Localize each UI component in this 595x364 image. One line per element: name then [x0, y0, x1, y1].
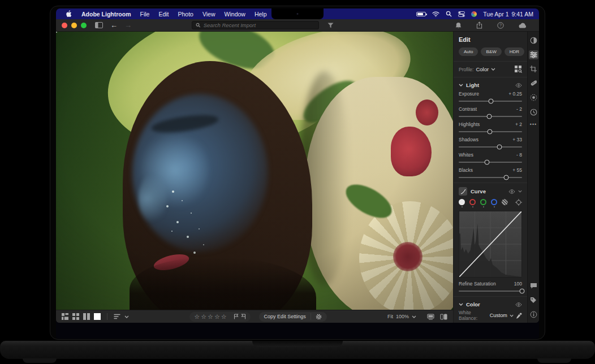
slider-thumb[interactable]	[504, 175, 509, 180]
curve-collapse-chevron-icon[interactable]	[518, 190, 522, 193]
laptop-base	[0, 341, 595, 359]
masking-icon[interactable]	[530, 94, 537, 101]
apple-logo-icon[interactable]	[66, 10, 72, 18]
search-icon[interactable]	[446, 11, 452, 17]
menubar-clock[interactable]: Tue Apr 19:41 AM	[483, 11, 533, 18]
keywords-icon[interactable]	[530, 297, 537, 304]
menu-file[interactable]: File	[140, 11, 150, 18]
sort-icon[interactable]	[114, 314, 120, 319]
battery-icon[interactable]	[416, 12, 426, 16]
control-center-icon[interactable]	[458, 11, 465, 17]
slider-track[interactable]	[459, 162, 522, 163]
star-rating[interactable]: ☆☆☆☆☆	[194, 314, 227, 320]
menu-edit[interactable]: Edit	[158, 11, 169, 18]
minimize-button[interactable]	[71, 23, 77, 28]
curve-visibility-eye-icon[interactable]	[508, 189, 515, 194]
bell-icon[interactable]	[455, 22, 462, 29]
compare-view-icon[interactable]	[83, 313, 90, 320]
zoom-button[interactable]	[81, 23, 87, 28]
crop-icon[interactable]	[530, 66, 537, 72]
presets-icon[interactable]	[530, 37, 537, 44]
slider-thumb[interactable]	[487, 129, 492, 135]
slider-track[interactable]	[459, 116, 522, 117]
zoom-level-value[interactable]: 100%	[396, 314, 409, 319]
profile-value[interactable]: Color	[476, 66, 489, 72]
slider-track[interactable]	[459, 177, 522, 178]
menu-view[interactable]: View	[202, 11, 215, 18]
slider-thumb[interactable]	[485, 160, 490, 165]
more-icon[interactable]: •••	[530, 123, 537, 125]
photo-canvas[interactable]	[56, 32, 453, 310]
menubar-app-name[interactable]: Adobe Lightroom	[81, 11, 131, 18]
color-collapse-chevron-icon[interactable]	[459, 303, 463, 306]
hdr-button[interactable]: HDR	[505, 47, 524, 56]
auto-button[interactable]: Auto	[459, 47, 478, 56]
menu-photo[interactable]: Photo	[178, 11, 193, 18]
refine-saturation-slider[interactable]	[459, 291, 522, 292]
color-visibility-eye-icon[interactable]	[515, 302, 522, 307]
copy-edit-settings-button[interactable]: Copy Edit Settings	[264, 314, 306, 319]
color-section-header[interactable]: Color	[459, 301, 522, 307]
slider-thumb[interactable]	[489, 99, 494, 104]
refine-saturation-thumb[interactable]	[520, 289, 525, 294]
flag-reject-icon[interactable]	[241, 314, 246, 319]
channel-parametric[interactable]	[502, 199, 508, 205]
slider-value: - 8	[516, 152, 522, 158]
profile-browser-icon[interactable]	[515, 66, 522, 73]
sort-chevron-icon[interactable]	[124, 315, 129, 318]
flag-pick-icon[interactable]	[234, 314, 239, 319]
slider-track[interactable]	[459, 131, 522, 132]
cloud-icon[interactable]	[519, 23, 527, 28]
profile-chevron-icon[interactable]	[491, 68, 495, 71]
wifi-icon[interactable]	[432, 11, 439, 17]
curve-section-header[interactable]: Curve	[459, 187, 522, 196]
slider-thumb[interactable]	[486, 114, 491, 119]
close-button[interactable]	[62, 23, 67, 28]
share-icon[interactable]	[476, 21, 482, 29]
channel-red[interactable]	[469, 199, 476, 207]
before-after-icon[interactable]	[440, 314, 447, 320]
search-field[interactable]	[192, 21, 319, 29]
zoom-chevron-icon[interactable]	[412, 315, 416, 318]
white-balance-value[interactable]: Custom	[490, 313, 507, 318]
menu-help[interactable]: Help	[255, 11, 267, 18]
mosaic-view-icon[interactable]	[62, 313, 68, 320]
back-button[interactable]: ←	[110, 21, 118, 29]
slider-track[interactable]	[459, 146, 522, 148]
light-collapse-chevron-icon[interactable]	[459, 84, 463, 86]
channel-blue[interactable]	[491, 199, 497, 207]
help-icon[interactable]: ?	[497, 22, 504, 29]
light-visibility-eye-icon[interactable]	[515, 83, 522, 88]
versions-icon[interactable]	[530, 109, 537, 116]
detail-view-icon[interactable]	[94, 313, 101, 320]
slider-thumb[interactable]	[497, 145, 502, 150]
comments-icon[interactable]	[530, 283, 537, 289]
slideshow-icon[interactable]	[427, 314, 434, 320]
channel-luminance[interactable]	[459, 199, 465, 207]
edit-sliders-icon[interactable]	[529, 50, 538, 59]
eyedropper-icon[interactable]	[516, 313, 522, 319]
settings-gear-icon[interactable]	[316, 314, 322, 320]
slider-track[interactable]	[459, 101, 522, 102]
refine-saturation-value: 100	[514, 281, 522, 287]
sidebar-toggle-icon[interactable]	[95, 22, 103, 28]
tone-curve-graph[interactable]	[459, 211, 522, 278]
light-section-header[interactable]: Light	[459, 82, 522, 88]
bw-button[interactable]: B&W	[481, 47, 501, 56]
menu-window[interactable]: Window	[225, 11, 245, 18]
forward-button[interactable]: →	[124, 21, 132, 29]
curve-icon	[459, 187, 467, 196]
camera-dot	[297, 13, 299, 15]
channel-green[interactable]	[480, 199, 486, 207]
info-icon[interactable]	[530, 311, 537, 318]
search-input[interactable]	[204, 22, 316, 28]
curve-target-icon[interactable]	[515, 199, 522, 206]
refine-saturation-label: Refine Saturation	[459, 281, 496, 287]
grid-view-icon[interactable]	[72, 313, 79, 320]
healing-icon[interactable]	[530, 80, 537, 86]
light-sliders: Exposure+ 0.25Contrast- 2Highlights+ 2Sh…	[459, 91, 522, 178]
color-profile-icon[interactable]	[471, 11, 477, 17]
filter-icon[interactable]	[327, 23, 334, 28]
white-balance-chevron-icon[interactable]	[510, 314, 514, 317]
zoom-fit-label[interactable]: Fit	[387, 314, 393, 319]
